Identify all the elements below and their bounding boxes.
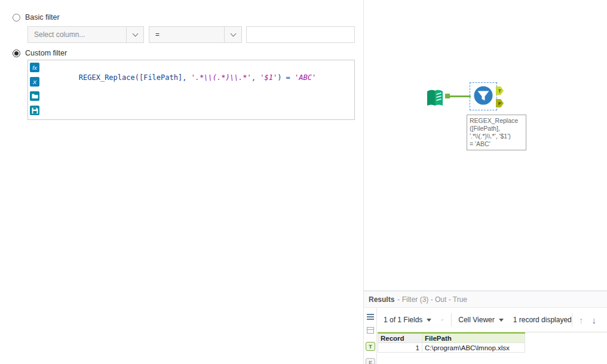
expression-segment: 'ABC' [295, 73, 316, 82]
filter-config-panel: Basic filter Select column... = Custom f… [0, 0, 363, 364]
variables-glyph: X [33, 79, 36, 85]
column-select-dropdown[interactable]: Select column... [27, 26, 144, 43]
results-title: Results [369, 295, 394, 304]
apply-data-checks-icon[interactable] [441, 316, 444, 324]
metadata-view-icon[interactable] [367, 327, 374, 334]
chevron-down-icon [132, 30, 138, 36]
floppy-icon [32, 107, 38, 114]
true-anchor-tab[interactable]: T [366, 342, 375, 351]
open-expression-icon[interactable] [30, 91, 39, 101]
expression-segment: , [252, 73, 260, 82]
filter-value-input[interactable] [246, 26, 355, 43]
results-side-strip: T F [364, 308, 377, 364]
basic-filter-label: Basic filter [25, 13, 60, 21]
false-anchor-tab-label: F [369, 360, 372, 364]
expression-editor[interactable]: fx X REGE [27, 60, 355, 120]
annotation-line: = 'ABC' [470, 140, 523, 148]
cell-viewer-dropdown[interactable]: Cell Viewer [458, 316, 503, 324]
cell-record[interactable]: 1 [378, 343, 422, 353]
operator-chevron-button[interactable] [224, 27, 241, 42]
fields-summary: 1 of 1 Fields [384, 316, 422, 324]
column-select-placeholder: Select column... [28, 30, 126, 39]
basic-filter-radio[interactable] [13, 14, 20, 21]
expression-editor-toolbar: fx X [30, 63, 39, 115]
results-subtitle: - Filter (3) - Out - True [397, 295, 467, 304]
true-anchor-label: T [498, 88, 501, 94]
expression-segment: ) = [277, 73, 295, 82]
false-anchor-label: F [498, 101, 501, 106]
chevron-down-icon [230, 30, 236, 36]
fx-glyph: fx [32, 64, 36, 71]
workflow-canvas[interactable]: T F REGEX_Replace ([FilePath], '.*\\(.*)… [364, 0, 607, 291]
results-panel: Results - Filter (3) - Out - True T F 1 … [364, 291, 607, 364]
annotation-line: '.*\\(.*)\\.*', '$1') [470, 132, 523, 140]
operator-value: = [149, 30, 224, 39]
column-header-record[interactable]: Record [378, 334, 422, 343]
custom-filter-radio[interactable] [13, 50, 20, 57]
cell-viewer-label: Cell Viewer [458, 316, 494, 324]
input-data-tool-icon[interactable] [424, 87, 446, 110]
chevron-down-icon [427, 319, 431, 322]
fields-dropdown[interactable]: 1 of 1 Fields [384, 316, 431, 324]
operator-dropdown[interactable]: = [149, 26, 242, 43]
results-toolbar: 1 of 1 Fields Cell Viewer 1 record displ… [378, 308, 607, 332]
save-expression-icon[interactable] [30, 106, 39, 115]
expression-segment: '$1' [260, 73, 277, 82]
column-select-chevron-button[interactable] [126, 27, 143, 42]
custom-filter-label: Custom filter [25, 49, 67, 57]
expression-segment: '.*\\(.*)\\.*' [191, 73, 252, 82]
false-anchor-tab[interactable]: F [366, 358, 375, 364]
expression-text[interactable]: REGEX_Replace([FilePath], '.*\\(.*)\\.*'… [44, 65, 316, 90]
filter-tool-annotation[interactable]: REGEX_Replace ([FilePath], '.*\\(.*)\\.*… [467, 115, 526, 150]
alteryx-filter-workspace: Basic filter Select column... = Custom f… [0, 0, 607, 364]
basic-filter-option[interactable]: Basic filter [13, 13, 60, 22]
custom-filter-option[interactable]: Custom filter [13, 48, 67, 58]
table-row: 1 C:\program\ABC\lmnop.xlsx [378, 343, 525, 353]
false-output-anchor[interactable]: F [496, 99, 504, 107]
true-output-anchor[interactable]: T [496, 87, 504, 95]
annotation-line: ([FilePath], [470, 125, 523, 132]
cell-filepath[interactable]: C:\program\ABC\lmnop.xlsx [422, 343, 525, 353]
table-header-row: Record FilePath [378, 332, 525, 343]
variables-icon[interactable]: X [30, 77, 39, 87]
data-view-icon[interactable] [367, 314, 374, 321]
folder-icon [32, 93, 38, 99]
column-header-filepath[interactable]: FilePath [422, 334, 525, 343]
annotation-line: REGEX_Replace [470, 117, 523, 125]
expression-segment: REGEX_Replace([FilePath], [79, 73, 191, 82]
chevron-down-icon [499, 319, 504, 322]
scroll-up-icon[interactable]: ↑ [579, 316, 584, 325]
true-anchor-tab-label: T [369, 344, 372, 350]
results-header: Results - Filter (3) - Out - True [364, 291, 607, 308]
record-count: 1 record displayed [513, 316, 572, 324]
results-table: Record FilePath 1 C:\program\ABC\lmnop.x… [378, 332, 525, 353]
scroll-down-icon[interactable]: ↓ [592, 316, 597, 325]
fx-icon[interactable]: fx [30, 63, 39, 72]
filter-tool-icon[interactable] [473, 85, 494, 106]
connection-wire[interactable] [449, 95, 471, 97]
